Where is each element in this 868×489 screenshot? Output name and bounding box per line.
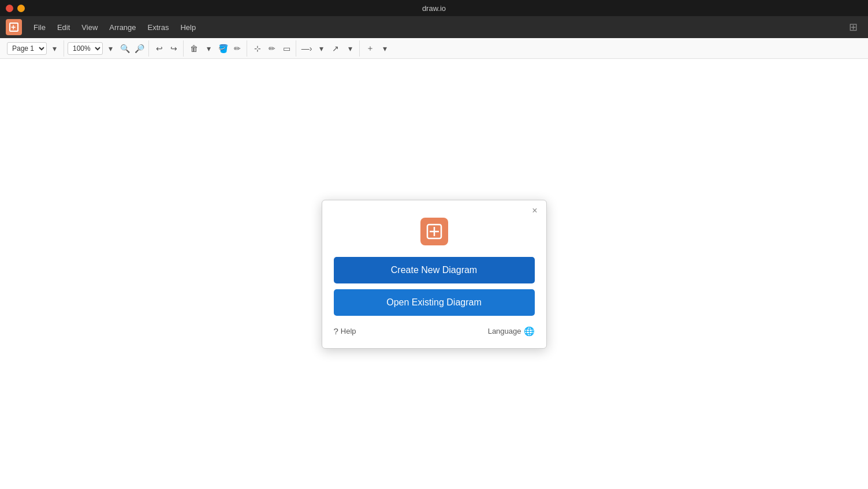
language-link[interactable]: Language 🌐: [488, 326, 535, 337]
zoom-out-button[interactable]: 🔎: [132, 42, 146, 55]
stroke-button[interactable]: ✏: [230, 42, 244, 55]
help-label: Help: [341, 327, 356, 335]
delete-button[interactable]: 🗑: [187, 42, 201, 55]
waypoint-dropdown[interactable]: ▾: [343, 42, 357, 55]
title-bar: draw.io: [0, 0, 868, 16]
toolbar-group-zoom: 100% ▾ 🔍 🔎: [65, 40, 149, 57]
insert-button[interactable]: ＋: [363, 42, 377, 55]
modal-close-button[interactable]: ×: [529, 205, 540, 216]
menu-item-help[interactable]: Help: [176, 21, 200, 34]
dropdown-button[interactable]: ▾: [202, 42, 215, 55]
globe-icon: 🌐: [524, 326, 535, 337]
modal-footer: ? Help Language 🌐: [334, 326, 535, 337]
welcome-modal: × Create New Diagram Open Existing Diagr…: [322, 200, 547, 349]
toolbar-group-page: Page 1 ▾: [5, 40, 64, 57]
toolbar: Page 1 ▾ 100% ▾ 🔍 🔎 ↩ ↪ 🗑 ▾ 🪣 ✏ ⊹ ✏ ▭ —›…: [0, 38, 868, 59]
modal-overlay: × Create New Diagram Open Existing Diagr…: [0, 59, 868, 489]
title-bar-right: ⊞: [849, 21, 862, 33]
menu-item-view[interactable]: View: [77, 21, 102, 34]
menu-item-edit[interactable]: Edit: [53, 21, 74, 34]
zoom-select[interactable]: 100%: [68, 42, 103, 55]
rect-tool[interactable]: ▭: [280, 42, 293, 55]
help-icon: ?: [334, 326, 338, 336]
create-new-diagram-button[interactable]: Create New Diagram: [334, 257, 535, 283]
help-link[interactable]: ? Help: [334, 326, 356, 336]
toolbar-group-tools: ⊹ ✏ ▭: [248, 40, 296, 57]
app-logo-icon: [9, 23, 18, 32]
page-dropdown-button[interactable]: ▾: [47, 42, 61, 55]
pencil-tool[interactable]: ✏: [265, 42, 279, 55]
title-bar-label: draw.io: [422, 4, 446, 13]
window-controls: [6, 5, 25, 12]
canvas-area: × Create New Diagram Open Existing Diagr…: [0, 59, 868, 489]
toolbar-group-undoredo: ↩ ↪: [150, 40, 184, 57]
open-existing-diagram-button[interactable]: Open Existing Diagram: [334, 289, 535, 316]
fill-button[interactable]: 🪣: [216, 42, 230, 55]
minimize-window-button[interactable]: [17, 5, 25, 12]
toolbar-group-insert: ＋ ▾: [361, 40, 394, 57]
connection-dropdown[interactable]: ▾: [314, 42, 328, 55]
close-window-button[interactable]: [6, 5, 13, 12]
zoom-in-button[interactable]: 🔍: [118, 42, 132, 55]
toolbar-group-connection: —› ▾ ↗ ▾: [297, 40, 360, 57]
language-label: Language: [488, 327, 521, 335]
user-icon[interactable]: ⊞: [849, 21, 858, 33]
zoom-dropdown-button[interactable]: ▾: [103, 42, 117, 55]
insert-dropdown[interactable]: ▾: [378, 42, 392, 55]
menu-item-extras[interactable]: Extras: [143, 21, 174, 34]
app-title-bar: File Edit View Arrange Extras Help ⊞: [0, 16, 868, 38]
redo-button[interactable]: ↪: [167, 42, 181, 55]
menu-bar: File Edit View Arrange Extras Help: [29, 21, 200, 34]
menu-item-arrange[interactable]: Arrange: [105, 21, 140, 34]
page-select[interactable]: Page 1: [7, 42, 47, 55]
modal-logo-icon: [420, 218, 448, 245]
undo-button[interactable]: ↩: [152, 42, 166, 55]
toolbar-group-format: 🗑 ▾ 🪣 ✏: [185, 40, 247, 57]
connection-button[interactable]: —›: [300, 42, 314, 55]
waypoint-button[interactable]: ↗: [329, 42, 342, 55]
select-tool[interactable]: ⊹: [251, 42, 265, 55]
modal-logo-area: [334, 218, 535, 245]
app-logo: [6, 19, 22, 35]
menu-item-file[interactable]: File: [29, 21, 50, 34]
